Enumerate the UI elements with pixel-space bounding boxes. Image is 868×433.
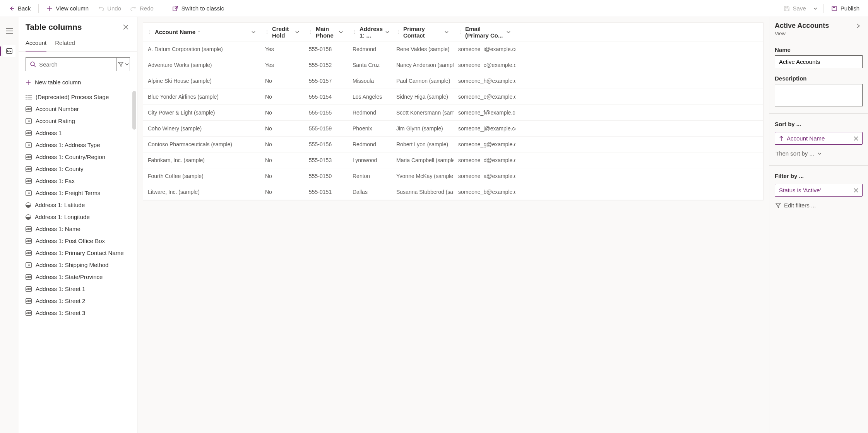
cell-name: Blue Yonder Airlines (sample) [143,89,260,104]
chevron-down-icon [385,30,390,34]
header-address-city[interactable]: ⋮ Address 1: ... [348,23,392,41]
column-label: Address 1: Latitude [35,202,85,208]
rail-components-button[interactable]: Abc [3,45,15,57]
header-credit-hold[interactable]: ⋮ Credit Hold [260,23,304,41]
cell-contact: Scott Konersmann (sample) [392,105,454,120]
column-item[interactable]: Address 1: Latitude [19,199,137,211]
chevron-down-icon [295,30,300,34]
cell-contact: Sidney Higa (sample) [392,89,454,104]
svg-rect-4 [832,7,837,10]
column-item[interactable]: AbcAddress 1: Fax [19,175,137,187]
remove-filter-button[interactable] [854,188,858,193]
cell-contact: Rene Valdes (sample) [392,41,454,57]
redo-button[interactable]: Redo [127,3,158,14]
view-column-button[interactable]: View column [43,3,92,14]
column-list: (Deprecated) Process StageAbcAccount Num… [19,91,137,433]
header-label: Primary Contact [403,26,442,39]
sort-chip[interactable]: Account Name [775,132,863,145]
chevron-right-icon [856,23,861,29]
header-label: Email (Primary Co... [465,26,504,39]
name-input[interactable] [775,55,863,68]
close-panel-button[interactable] [122,23,130,31]
column-item[interactable]: ☰Address 1: Shipping Method [19,259,137,271]
column-label: Address 1: Fax [36,178,75,184]
column-item[interactable]: AbcAddress 1: State/Province [19,271,137,283]
column-item[interactable]: ☰Address 1: Freight Terms [19,187,137,199]
undo-button[interactable]: Undo [94,3,125,14]
table-row[interactable]: Adventure Works (sample)Yes555-0152Santa… [143,57,763,73]
cell-credit: No [260,137,304,152]
filter-icon [118,62,123,67]
tab-related[interactable]: Related [55,36,75,51]
column-item[interactable]: (Deprecated) Process Stage [19,91,137,103]
header-main-phone[interactable]: ⋮ Main Phone [304,23,348,41]
cell-credit: No [260,152,304,168]
cell-city: Redmond [348,137,392,152]
column-item[interactable]: AbcAddress 1: Street 3 [19,307,137,319]
column-item[interactable]: Address 1: Longitude [19,211,137,223]
cell-email: someone_g@example.com [454,137,515,152]
cell-credit: No [260,121,304,136]
save-dropdown-button[interactable] [812,4,819,13]
tab-account[interactable]: Account [26,36,46,51]
table-row[interactable]: Contoso Pharmaceuticals (sample)No555-01… [143,137,763,152]
table-columns-panel: Table columns Account Related New table … [19,17,137,433]
save-button[interactable]: Save [780,3,810,14]
back-button[interactable]: Back [5,3,34,14]
column-item[interactable]: AbcAddress 1: Street 1 [19,283,137,295]
header-primary-contact[interactable]: ⋮ Primary Contact [392,23,454,41]
column-item[interactable]: AbcAddress 1: Country/Region [19,151,137,163]
column-filter-button[interactable] [116,57,130,71]
column-item[interactable]: AbcAddress 1: Street 2 [19,295,137,307]
cell-credit: Yes [260,57,304,73]
publish-button[interactable]: Publish [827,3,863,14]
drag-handle-icon: ⋮ [309,30,313,34]
table-row[interactable]: Coho Winery (sample)No555-0159PhoenixJim… [143,121,763,137]
header-account-name[interactable]: ⋮ Account Name ↑ [143,23,260,41]
new-column-button[interactable]: New table column [19,77,137,91]
edit-filters-button[interactable]: Edit filters ... [775,200,863,210]
cell-city: Phoenix [348,121,392,136]
table-row[interactable]: Fabrikam, Inc. (sample)No555-0153Lynnwoo… [143,152,763,168]
text-field-icon: Abc [26,310,32,316]
column-label: Address 1: Name [36,226,80,232]
save-label: Save [793,5,806,12]
header-email[interactable]: ⋮ Email (Primary Co... [454,23,515,41]
view-subtitle: View [775,31,829,36]
column-item[interactable]: AbcAddress 1: Name [19,223,137,235]
expand-panel-button[interactable] [854,22,863,30]
chevron-down-icon [444,30,449,34]
then-sort-button[interactable]: Then sort by ... [775,149,863,158]
column-item[interactable]: AbcAddress 1: County [19,163,137,175]
column-item[interactable]: ☰Address 1: Address Type [19,139,137,151]
filter-chip[interactable]: Status is 'Active' [775,184,863,197]
cell-city: Missoula [348,73,392,89]
table-row[interactable]: Blue Yonder Airlines (sample)No555-0154L… [143,89,763,105]
cell-name: A. Datum Corporation (sample) [143,41,260,57]
table-row[interactable]: Alpine Ski House (sample)No555-0157Misso… [143,73,763,89]
column-label: Address 1: Freight Terms [36,190,100,196]
description-textarea[interactable] [775,84,863,106]
column-item[interactable]: AbcAddress 1: Post Office Box [19,235,137,247]
description-label: Description [775,75,863,82]
hamburger-button[interactable] [3,25,15,37]
filter-chip-label: Status is 'Active' [779,187,821,193]
column-label: Address 1: Longitude [35,214,90,220]
filter-icon [776,203,781,208]
scrollbar-thumb[interactable] [132,91,136,130]
svg-rect-3 [173,7,176,11]
column-item[interactable]: AbcAccount Number [19,103,137,115]
close-icon [123,24,128,30]
toolbar-divider [823,4,823,13]
table-row[interactable]: A. Datum Corporation (sample)Yes555-0158… [143,41,763,57]
table-row[interactable]: City Power & Light (sample)No555-0155Red… [143,105,763,121]
search-input[interactable] [39,61,113,68]
switch-classic-button[interactable]: Switch to classic [168,3,228,14]
column-item[interactable]: AbcAddress 1 [19,127,137,139]
remove-sort-button[interactable] [854,136,858,141]
table-row[interactable]: Fourth Coffee (sample)No555-0150RentonYv… [143,168,763,184]
table-row[interactable]: Litware, Inc. (sample)No555-0151DallasSu… [143,184,763,200]
column-item[interactable]: ☰Account Rating [19,115,137,127]
svg-point-11 [31,62,34,66]
column-item[interactable]: AbcAddress 1: Primary Contact Name [19,247,137,259]
